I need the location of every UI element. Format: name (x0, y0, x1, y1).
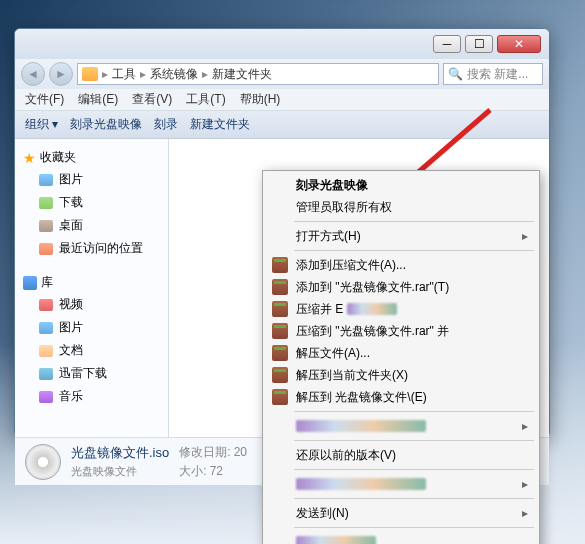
ctx-unknown-1[interactable]: ▸ (266, 415, 536, 437)
downloads-icon (39, 197, 53, 209)
separator (294, 250, 534, 251)
search-input[interactable]: 🔍 搜索 新建... (443, 63, 543, 85)
maximize-button[interactable]: ☐ (465, 35, 493, 53)
sidebar-item-videos[interactable]: 视频 (19, 293, 164, 316)
chevron-right-icon: ▸ (522, 477, 528, 491)
star-icon: ★ (23, 150, 36, 166)
ctx-extract[interactable]: 解压文件(A)... (266, 342, 536, 364)
blurred-text (296, 420, 426, 432)
rar-icon (272, 345, 288, 361)
chevron-right-icon: ▸ (522, 506, 528, 520)
file-name: 光盘镜像文件.iso (71, 444, 169, 462)
ctx-burn-image[interactable]: 刻录光盘映像 (266, 174, 536, 196)
ctx-extract-to[interactable]: 解压到 光盘镜像文件\(E) (266, 386, 536, 408)
rar-icon (272, 279, 288, 295)
ctx-open-with[interactable]: 打开方式(H)▸ (266, 225, 536, 247)
blurred-text (296, 478, 426, 490)
sidebar-item-recent[interactable]: 最近访问的位置 (19, 237, 164, 260)
ctx-extract-here[interactable]: 解压到当前文件夹(X) (266, 364, 536, 386)
minimize-button[interactable]: ─ (433, 35, 461, 53)
ctx-unknown-3[interactable] (266, 531, 536, 544)
pictures-icon (39, 322, 53, 334)
thunder-icon (39, 368, 53, 380)
ctx-add-to-rar[interactable]: 添加到 "光盘镜像文件.rar"(T) (266, 276, 536, 298)
crumb-2[interactable]: 系统镜像 (150, 66, 198, 83)
recent-icon (39, 243, 53, 255)
chevron-right-icon: ▸ (522, 229, 528, 243)
separator (294, 498, 534, 499)
separator (294, 221, 534, 222)
sidebar-favorites[interactable]: ★ 收藏夹 (19, 147, 164, 168)
disc-icon (25, 444, 61, 480)
sidebar-item-downloads[interactable]: 下载 (19, 191, 164, 214)
burn-button[interactable]: 刻录 (154, 116, 178, 133)
sidebar-item-pictures[interactable]: 图片 (19, 168, 164, 191)
search-placeholder: 搜索 新建... (467, 66, 528, 83)
sidebar-item-lib-pictures[interactable]: 图片 (19, 316, 164, 339)
library-icon (23, 276, 37, 290)
rar-icon (272, 323, 288, 339)
ctx-add-archive[interactable]: 添加到压缩文件(A)... (266, 254, 536, 276)
blurred-text (296, 536, 376, 544)
desktop-icon (39, 220, 53, 232)
organize-button[interactable]: 组织 ▾ (25, 116, 58, 133)
rar-icon (272, 389, 288, 405)
ctx-compress-email[interactable]: 压缩并 E (266, 298, 536, 320)
forward-button[interactable]: ► (49, 62, 73, 86)
rar-icon (272, 257, 288, 273)
videos-icon (39, 299, 53, 311)
menu-file[interactable]: 文件(F) (25, 91, 64, 108)
crumb-3[interactable]: 新建文件夹 (212, 66, 272, 83)
sidebar-item-music[interactable]: 音乐 (19, 385, 164, 408)
sidebar-item-documents[interactable]: 文档 (19, 339, 164, 362)
address-bar[interactable]: ▸ 工具 ▸ 系统镜像 ▸ 新建文件夹 (77, 63, 439, 85)
menu-help[interactable]: 帮助(H) (240, 91, 281, 108)
blurred-text (347, 303, 397, 315)
ctx-unknown-2[interactable]: ▸ (266, 473, 536, 495)
menubar: 文件(F) 编辑(E) 查看(V) 工具(T) 帮助(H) (15, 89, 549, 111)
ctx-compress-to[interactable]: 压缩到 "光盘镜像文件.rar" 并 (266, 320, 536, 342)
close-button[interactable]: ✕ (497, 35, 541, 53)
menu-tools[interactable]: 工具(T) (186, 91, 225, 108)
documents-icon (39, 345, 53, 357)
sidebar-item-desktop[interactable]: 桌面 (19, 214, 164, 237)
separator (294, 411, 534, 412)
music-icon (39, 391, 53, 403)
sidebar-item-thunder[interactable]: 迅雷下载 (19, 362, 164, 385)
ctx-restore-versions[interactable]: 还原以前的版本(V) (266, 444, 536, 466)
menu-view[interactable]: 查看(V) (132, 91, 172, 108)
separator (294, 440, 534, 441)
rar-icon (272, 301, 288, 317)
sidebar-libraries[interactable]: 库 (19, 272, 164, 293)
sidebar: ★ 收藏夹 图片 下载 桌面 最近访问的位置 库 视频 图片 文档 迅雷下载 音… (15, 139, 169, 437)
menu-edit[interactable]: 编辑(E) (78, 91, 118, 108)
ctx-take-ownership[interactable]: 管理员取得所有权 (266, 196, 536, 218)
context-menu: 刻录光盘映像 管理员取得所有权 打开方式(H)▸ 添加到压缩文件(A)... 添… (262, 170, 540, 544)
search-icon: 🔍 (448, 67, 463, 81)
burn-image-button[interactable]: 刻录光盘映像 (70, 116, 142, 133)
folder-icon (82, 67, 98, 81)
ctx-send-to[interactable]: 发送到(N)▸ (266, 502, 536, 524)
crumb-1[interactable]: 工具 (112, 66, 136, 83)
chevron-right-icon: ▸ (522, 419, 528, 433)
back-button[interactable]: ◄ (21, 62, 45, 86)
separator (294, 527, 534, 528)
file-type: 光盘映像文件 (71, 464, 169, 479)
new-folder-button[interactable]: 新建文件夹 (190, 116, 250, 133)
titlebar: ─ ☐ ✕ (15, 29, 549, 59)
navbar: ◄ ► ▸ 工具 ▸ 系统镜像 ▸ 新建文件夹 🔍 搜索 新建... (15, 59, 549, 89)
separator (294, 469, 534, 470)
toolbar: 组织 ▾ 刻录光盘映像 刻录 新建文件夹 (15, 111, 549, 139)
rar-icon (272, 367, 288, 383)
pictures-icon (39, 174, 53, 186)
